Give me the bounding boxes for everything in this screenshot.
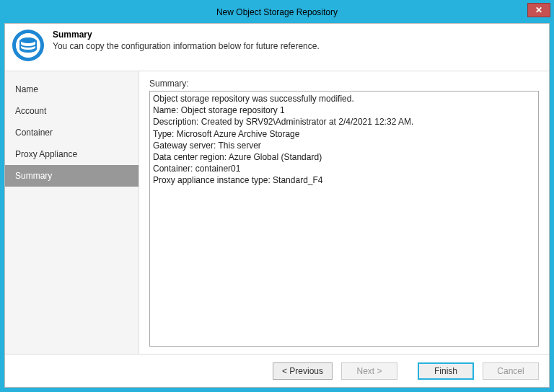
sidebar-item-proxy-appliance[interactable]: Proxy Appliance: [5, 143, 138, 165]
finish-button[interactable]: Finish: [418, 362, 474, 380]
sidebar-item-label: Proxy Appliance: [15, 149, 77, 159]
close-icon: ✕: [535, 5, 542, 15]
sidebar-item-label: Account: [15, 106, 46, 116]
summary-textbox[interactable]: Object storage repository was successful…: [149, 91, 539, 347]
next-button: Next >: [341, 362, 397, 380]
sidebar-item-summary[interactable]: Summary: [5, 165, 138, 187]
wizard-body: Name Account Container Proxy Appliance S…: [5, 71, 549, 354]
titlebar: New Object Storage Repository ✕: [4, 4, 550, 20]
sidebar-item-account[interactable]: Account: [5, 100, 138, 122]
sidebar-item-name[interactable]: Name: [5, 79, 138, 100]
previous-button[interactable]: < Previous: [273, 362, 333, 380]
storage-icon: [11, 28, 45, 63]
page-title: Summary: [53, 30, 320, 40]
svg-point-2: [20, 37, 36, 43]
sidebar-item-label: Summary: [15, 171, 52, 181]
wizard-main: Summary: Object storage repository was s…: [139, 71, 549, 354]
window-content: Summary You can copy the configuration i…: [4, 23, 550, 388]
wizard-footer: < Previous Next > Finish Cancel: [5, 354, 549, 387]
close-button[interactable]: ✕: [527, 3, 550, 17]
window-title: New Object Storage Repository: [216, 7, 338, 17]
wizard-header: Summary You can copy the configuration i…: [5, 24, 549, 71]
sidebar-item-label: Container: [15, 128, 53, 138]
cancel-button: Cancel: [483, 362, 539, 380]
header-text-block: Summary You can copy the configuration i…: [53, 28, 320, 51]
summary-label: Summary:: [149, 79, 539, 89]
sidebar-item-container[interactable]: Container: [5, 122, 138, 143]
page-subtitle: You can copy the configuration informati…: [53, 41, 320, 51]
window-frame: New Object Storage Repository ✕ Summary …: [0, 0, 554, 392]
wizard-sidebar: Name Account Container Proxy Appliance S…: [5, 71, 139, 354]
sidebar-item-label: Name: [15, 84, 38, 94]
